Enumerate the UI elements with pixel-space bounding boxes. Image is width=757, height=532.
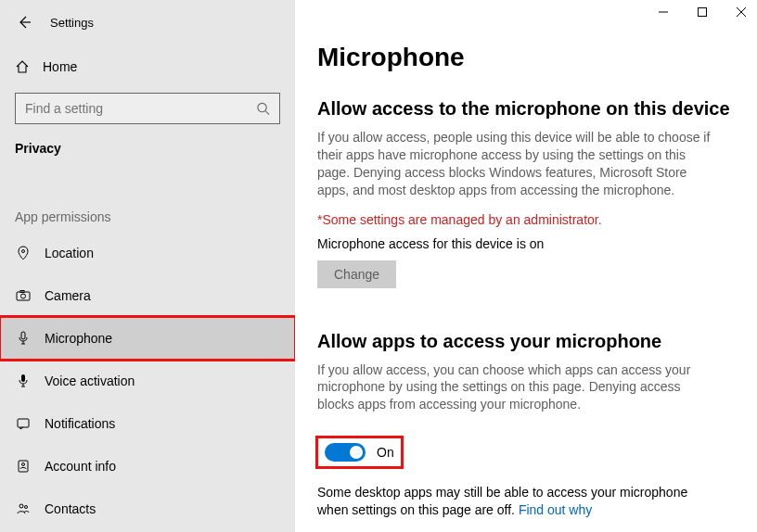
svg-rect-2: [17, 292, 30, 300]
nav-list: Location Camera Microphone Voice activ: [0, 232, 295, 530]
svg-point-11: [25, 506, 28, 509]
camera-icon: [15, 287, 32, 304]
search-wrap: [0, 93, 295, 124]
apps-access-toggle[interactable]: [325, 443, 366, 462]
nav-label: Account info: [45, 459, 116, 474]
nav-label: Camera: [45, 288, 91, 303]
sidebar-item-account-info[interactable]: Account info: [0, 445, 295, 488]
nav-label: Location: [45, 246, 94, 260]
admin-note: *Some settings are managed by an adminis…: [317, 212, 735, 227]
search-icon: [256, 102, 270, 116]
search-input[interactable]: [25, 101, 248, 116]
sidebar-item-notifications[interactable]: Notifications: [0, 402, 295, 445]
svg-rect-6: [21, 374, 25, 382]
search-box[interactable]: [15, 93, 280, 124]
window-controls: [657, 6, 748, 19]
home-icon: [15, 59, 30, 74]
nav-label: Microphone: [45, 331, 112, 346]
toggle-label: On: [377, 445, 394, 460]
footnote-text: Some desktop apps may still be able to a…: [317, 485, 687, 517]
home-label: Home: [43, 59, 77, 74]
find-out-why-link[interactable]: Find out why: [519, 502, 592, 517]
minimize-button[interactable]: [657, 6, 670, 19]
sidebar-item-microphone[interactable]: Microphone: [0, 317, 295, 360]
microphone-icon: [15, 330, 32, 347]
change-button[interactable]: Change: [317, 260, 396, 288]
sidebar-item-home[interactable]: Home: [0, 50, 295, 83]
window-title: Settings: [50, 16, 94, 30]
svg-point-1: [22, 250, 25, 253]
page-title: Microphone: [317, 43, 735, 72]
nav-label: Voice activation: [45, 374, 135, 388]
voice-icon: [15, 373, 32, 389]
footnote: Some desktop apps may still be able to a…: [317, 484, 716, 519]
section2-heading: Allow apps to access your microphone: [317, 331, 735, 352]
section1-heading: Allow access to the microphone on this d…: [317, 98, 735, 120]
device-access-status: Microphone access for this device is on: [317, 236, 735, 251]
svg-rect-5: [21, 332, 25, 339]
sidebar-item-location[interactable]: Location: [0, 232, 295, 274]
section2-desc: If you allow access, you can choose whic…: [317, 361, 716, 414]
svg-point-10: [19, 504, 23, 508]
sidebar-item-camera[interactable]: Camera: [0, 274, 295, 317]
section-label-privacy: Privacy: [0, 141, 295, 156]
section1-desc: If you allow access, people using this d…: [317, 129, 716, 199]
notifications-icon: [15, 415, 32, 432]
main-content: Microphone Allow access to the microphon…: [295, 0, 757, 532]
svg-point-0: [258, 103, 266, 111]
account-icon: [15, 458, 32, 475]
svg-point-3: [21, 294, 26, 298]
sidebar: Settings Home Privacy App permissions: [0, 0, 295, 532]
toggle-knob: [350, 446, 363, 459]
back-button[interactable]: [15, 13, 33, 32]
permissions-heading: App permissions: [0, 209, 295, 224]
arrow-left-icon: [17, 15, 32, 30]
apps-access-toggle-wrap: On: [317, 437, 402, 467]
nav-label: Notifications: [45, 416, 115, 431]
svg-rect-7: [18, 419, 29, 427]
maximize-button[interactable]: [696, 6, 709, 19]
nav-label: Contacts: [45, 501, 96, 516]
contacts-icon: [15, 500, 32, 517]
svg-rect-12: [699, 8, 707, 17]
svg-point-9: [22, 463, 25, 466]
sidebar-item-voice-activation[interactable]: Voice activation: [0, 360, 295, 402]
location-icon: [15, 245, 32, 261]
sidebar-item-contacts[interactable]: Contacts: [0, 488, 295, 530]
close-button[interactable]: [735, 6, 748, 19]
titlebar: Settings: [0, 0, 295, 39]
